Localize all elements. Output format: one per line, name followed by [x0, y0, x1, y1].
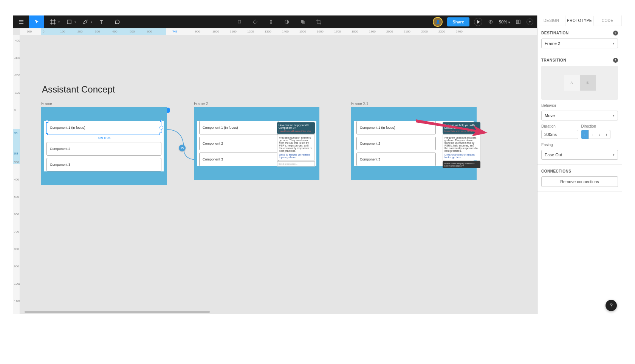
- tab-prototype[interactable]: PROTOTYPE: [565, 16, 593, 26]
- duration-input[interactable]: [541, 130, 578, 139]
- connections-heading: CONNECTIONS: [541, 169, 571, 173]
- direction-down[interactable]: ↓: [596, 130, 603, 139]
- behavior-select[interactable]: Move▾: [541, 111, 618, 120]
- main-toolbar: ▾ ▾ ▾ ▾ 👤 Share 50% ▾ +: [13, 15, 537, 28]
- canvas-title: Assistant Concept: [42, 84, 115, 95]
- frame-2-1[interactable]: Frame 2.1 Component 1 (in focus) Compone…: [351, 102, 477, 180]
- transition-preview: A B: [541, 66, 618, 100]
- transition-heading: TRANSITION: [541, 58, 566, 62]
- zoom-level[interactable]: 50% ▾: [499, 20, 510, 24]
- prototype-handle[interactable]: [160, 126, 163, 130]
- play-button[interactable]: [474, 18, 482, 26]
- svg-rect-8: [302, 21, 305, 24]
- behavior-label: Behavior: [541, 103, 618, 108]
- interaction-badge[interactable]: ID: [179, 145, 186, 151]
- component-1[interactable]: Component 1 (in focus): [199, 121, 279, 134]
- easing-select[interactable]: Ease Out▾: [541, 150, 618, 160]
- interaction-hotspot[interactable]: [167, 108, 170, 113]
- svg-point-9: [490, 22, 491, 23]
- frame-2[interactable]: Frame 2 Component 1 (in focus) Component…: [194, 102, 319, 180]
- horizontal-ruler[interactable]: -100 0 100 200 300 400 500 600 747 900 1…: [20, 28, 537, 35]
- svg-point-5: [240, 23, 241, 23]
- component-3[interactable]: Component 3: [199, 153, 279, 166]
- current-x-marker: 747: [172, 30, 177, 33]
- vertical-ruler[interactable]: 93 188 -400 -300 -200 -100 0 300 400 500…: [13, 35, 20, 314]
- mask-tool[interactable]: [251, 15, 260, 28]
- comment-tool[interactable]: [109, 15, 125, 28]
- menu-button[interactable]: [13, 15, 29, 28]
- move-tool[interactable]: [29, 15, 44, 28]
- layers-tool[interactable]: [298, 15, 307, 28]
- duration-label: Duration: [541, 124, 578, 128]
- add-button[interactable]: +: [527, 19, 533, 25]
- view-button[interactable]: [487, 15, 494, 28]
- design-canvas[interactable]: Assistant Concept Frame Component 1 (in …: [20, 35, 537, 314]
- svg-rect-1: [238, 21, 240, 23]
- direction-up[interactable]: ↑: [603, 130, 610, 139]
- component-3[interactable]: Component 3: [46, 158, 161, 171]
- frame-1[interactable]: Frame Component 1 (in focus) 729 x 95 Co…: [41, 102, 167, 185]
- chat-tooltip: Where does the pay statement label name …: [443, 161, 480, 168]
- share-button[interactable]: Share: [447, 17, 469, 26]
- svg-point-3: [240, 20, 241, 21]
- union-tool[interactable]: [266, 15, 276, 28]
- component-2[interactable]: Component 2: [199, 137, 279, 150]
- tab-code[interactable]: CODE: [594, 15, 622, 26]
- component-2[interactable]: Component 2: [46, 142, 161, 156]
- component-3[interactable]: Component 3: [356, 153, 436, 166]
- easing-label: Easing: [541, 143, 618, 147]
- direction-label: Direction: [581, 124, 618, 128]
- svg-rect-0: [67, 20, 71, 24]
- selection-dimensions: 729 x 95: [44, 136, 164, 140]
- user-avatar[interactable]: 👤: [433, 17, 443, 27]
- help-icon[interactable]: ?: [613, 31, 618, 35]
- help-icon[interactable]: ?: [613, 58, 618, 63]
- component-2[interactable]: Component 2: [356, 137, 436, 150]
- frame-label: Frame 2: [194, 102, 319, 106]
- contrast-tool[interactable]: [282, 15, 291, 28]
- frame-label: Frame 2.1: [351, 102, 477, 106]
- frame-label: Frame: [41, 102, 167, 106]
- component-1[interactable]: Component 1 (in focus): [46, 121, 161, 134]
- frame-tool[interactable]: [45, 15, 60, 28]
- direction-right[interactable]: →: [589, 130, 596, 139]
- chat-body: Frequent question answers go here. They …: [277, 134, 315, 160]
- component-tool[interactable]: [235, 15, 244, 28]
- direction-left[interactable]: ←: [581, 130, 589, 139]
- chat-input[interactable]: Send a message...: [277, 161, 315, 167]
- crop-tool[interactable]: [314, 15, 323, 28]
- tab-design[interactable]: DESIGN: [537, 15, 565, 26]
- horizontal-scrollbar[interactable]: [25, 311, 210, 313]
- chat-body: Frequent question answers go here. They …: [443, 134, 480, 160]
- text-tool[interactable]: [94, 15, 109, 28]
- pen-tool[interactable]: [77, 15, 93, 28]
- destination-heading: DESTINATION: [541, 31, 569, 35]
- help-fab[interactable]: ?: [606, 300, 617, 311]
- library-button[interactable]: [514, 15, 522, 28]
- svg-point-2: [238, 20, 239, 21]
- svg-point-4: [238, 23, 239, 23]
- annotation-arrow: [416, 119, 488, 136]
- properties-panel: DESIGN PROTOTYPE CODE DESTINATION ? Fram…: [537, 15, 622, 314]
- destination-select[interactable]: Frame 2▾: [541, 39, 618, 48]
- direction-group: ← → ↓ ↑: [581, 130, 618, 139]
- chat-header: How can we help you with Component 1? I …: [277, 122, 315, 134]
- rectangle-tool[interactable]: [61, 15, 77, 28]
- remove-connections-button[interactable]: Remove connections: [541, 176, 618, 187]
